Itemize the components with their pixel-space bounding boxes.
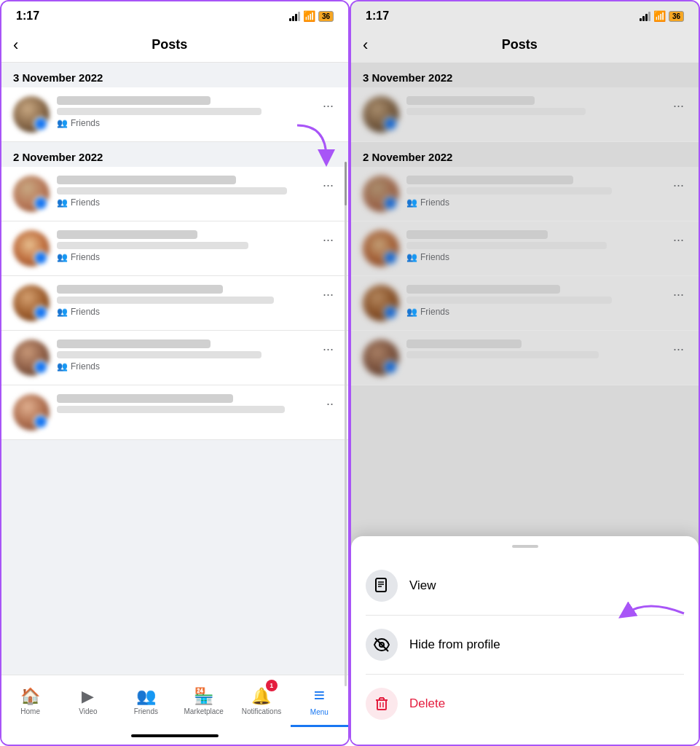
status-icons-left: 📶 36 xyxy=(289,10,334,22)
svg-rect-6 xyxy=(377,700,386,710)
friends-icon-1: 👥 xyxy=(57,118,68,128)
nav-marketplace-left[interactable]: 🏪 Marketplace xyxy=(175,675,232,727)
back-button-right[interactable]: ‹ xyxy=(363,36,368,55)
home-label-left: Home xyxy=(20,707,40,715)
post-item-5-left: 👥 Friends ··· xyxy=(1,331,348,385)
friends-icon-4r: 👥 xyxy=(406,307,417,317)
wifi-icon-left: 📶 xyxy=(303,10,315,22)
post-item-2-right: 👥 Friends ··· xyxy=(351,167,699,221)
battery-left: 36 xyxy=(318,11,334,22)
video-icon-left: ▶ xyxy=(82,687,94,706)
signal-icon-left xyxy=(289,11,300,21)
battery-right: 36 xyxy=(669,11,684,22)
bottom-sheet: View Hide from profile xyxy=(351,536,699,745)
hide-icon xyxy=(366,629,398,661)
nav-notifications-left[interactable]: 🔔 Notifications 1 xyxy=(232,675,290,727)
avatar-6-left xyxy=(13,394,50,431)
post-text-blur-4 xyxy=(57,297,274,304)
sheet-item-view[interactable]: View xyxy=(351,560,699,612)
avatar-1-left xyxy=(13,96,50,133)
post-item-5-right: ··· xyxy=(351,331,699,385)
avatar-2-left xyxy=(13,176,50,212)
status-time-left: 1:17 xyxy=(16,9,39,23)
post-name-blur-5r xyxy=(406,339,522,348)
post-name-blur-1 xyxy=(57,96,211,105)
date-section-2-right: 2 November 2022 xyxy=(351,142,699,167)
post-privacy-2-left: 👥 Friends xyxy=(57,197,312,208)
nav-menu-left[interactable]: ≡ Menu xyxy=(291,675,348,727)
avatar-5-right xyxy=(363,339,399,376)
post-info-5-right xyxy=(406,339,663,361)
post-info-2-left: 👥 Friends xyxy=(57,176,312,208)
more-button-2-right[interactable]: ··· xyxy=(670,176,687,195)
more-button-6-left[interactable]: ·· xyxy=(323,394,337,413)
friends-icon-5: 👥 xyxy=(57,361,68,372)
video-label-left: Video xyxy=(79,707,97,715)
wifi-icon-right: 📶 xyxy=(653,10,666,22)
more-button-4-left[interactable]: ··· xyxy=(320,285,337,304)
more-button-3-right[interactable]: ··· xyxy=(670,230,687,249)
status-time-right: 1:17 xyxy=(366,9,389,23)
more-button-2-left[interactable]: ··· xyxy=(320,176,337,195)
friends-nav-icon-left: 👥 xyxy=(136,687,156,706)
scroll-indicator-left xyxy=(345,162,347,686)
friends-icon-3: 👥 xyxy=(57,252,68,262)
post-name-blur-2 xyxy=(57,176,236,184)
posts-list-left: 3 November 2022 👥 Friends ··· 2 November… xyxy=(1,63,348,675)
more-button-1-left[interactable]: ··· xyxy=(320,96,337,115)
privacy-label-1-left: Friends xyxy=(71,118,100,128)
more-button-5-right[interactable]: ··· xyxy=(670,339,687,358)
home-icon-left: 🏠 xyxy=(20,687,40,706)
post-name-blur-3r xyxy=(406,230,548,239)
post-text-blur-2 xyxy=(57,187,287,195)
post-info-4-left: 👥 Friends xyxy=(57,285,312,317)
post-privacy-4-right: 👥 Friends xyxy=(406,307,663,317)
privacy-label-3-right: Friends xyxy=(420,252,449,262)
post-info-1-right xyxy=(406,96,663,118)
sheet-item-delete[interactable]: Delete xyxy=(351,678,699,730)
hide-label: Hide from profile xyxy=(409,637,500,652)
more-button-5-left[interactable]: ··· xyxy=(320,339,337,358)
more-button-4-right[interactable]: ··· xyxy=(670,285,687,304)
page-title-left: Posts xyxy=(24,37,315,52)
more-button-1-right[interactable]: ··· xyxy=(670,96,687,115)
avatar-1-right xyxy=(363,96,399,133)
signal-icon-right xyxy=(640,11,650,21)
delete-label: Delete xyxy=(409,696,445,711)
friends-icon-4: 👥 xyxy=(57,307,68,317)
nav-video-left[interactable]: ▶ Video xyxy=(59,675,117,727)
post-text-blur-5 xyxy=(57,351,261,358)
post-name-blur-4 xyxy=(57,285,223,294)
privacy-label-4-left: Friends xyxy=(71,307,100,317)
date-section-1-right: 3 November 2022 xyxy=(351,63,699,87)
privacy-label-2-left: Friends xyxy=(71,197,100,208)
status-icons-right: 📶 36 xyxy=(640,10,684,22)
marketplace-label-left: Marketplace xyxy=(184,707,223,715)
date-section-2-left: 2 November 2022 xyxy=(1,142,348,167)
post-item-3-left: 👥 Friends ··· xyxy=(1,221,348,276)
post-info-1-left: 👥 Friends xyxy=(57,96,312,128)
bottom-nav-left: 🏠 Home ▶ Video 👥 Friends 🏪 Marketplace 🔔… xyxy=(1,675,348,727)
post-info-5-left: 👥 Friends xyxy=(57,339,312,372)
post-privacy-1-left: 👥 Friends xyxy=(57,118,312,128)
nav-friends-left[interactable]: 👥 Friends xyxy=(117,675,175,727)
more-button-3-left[interactable]: ··· xyxy=(320,230,337,249)
friends-icon-2r: 👥 xyxy=(406,197,417,208)
avatar-4-right xyxy=(363,285,399,321)
back-button-left[interactable]: ‹ xyxy=(13,36,18,55)
sheet-item-hide[interactable]: Hide from profile xyxy=(351,619,699,671)
post-item-1-left: 👥 Friends ··· xyxy=(1,87,348,142)
privacy-label-2-right: Friends xyxy=(420,197,449,208)
post-item-6-left: ·· xyxy=(1,385,348,440)
sheet-divider-2 xyxy=(366,674,684,675)
post-privacy-4-left: 👥 Friends xyxy=(57,307,312,317)
post-privacy-2-right: 👥 Friends xyxy=(406,197,663,208)
post-info-3-right: 👥 Friends xyxy=(406,230,663,262)
nav-home-left[interactable]: 🏠 Home xyxy=(1,675,59,727)
page-header-left: ‹ Posts xyxy=(1,28,348,63)
date-label-2-left: 2 November 2022 xyxy=(13,151,103,163)
status-bar-right: 1:17 📶 36 xyxy=(351,1,699,28)
avatar-3-left xyxy=(13,230,50,267)
post-item-2-left: 👥 Friends ··· xyxy=(1,167,348,221)
post-name-blur-6 xyxy=(57,394,233,403)
